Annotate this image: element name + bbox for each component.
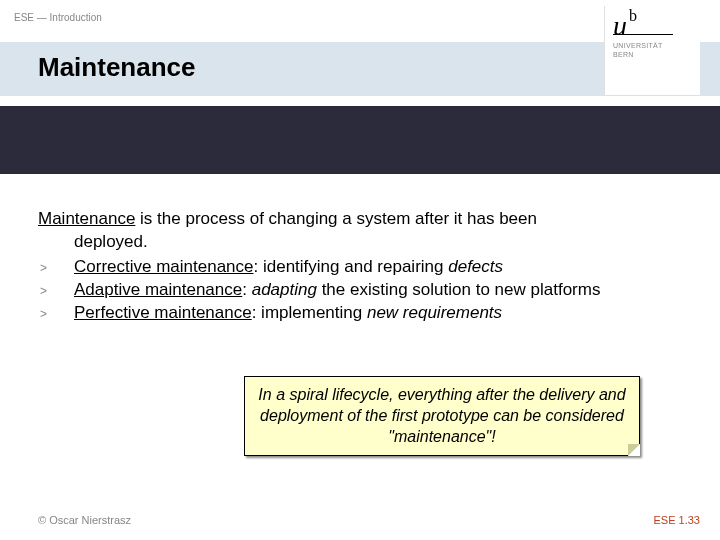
bullet-em: adapting	[252, 280, 317, 299]
logo-caption-line2: BERN	[613, 50, 700, 59]
bullet-text: Corrective maintenance: identifying and …	[58, 256, 678, 279]
logo-b-glyph: b	[629, 7, 637, 24]
bullet-term: Adaptive maintenance	[74, 280, 242, 299]
dogear-icon	[628, 444, 640, 456]
bullet-marker: >	[38, 279, 58, 302]
bullet-em: new requirements	[367, 303, 502, 322]
page-title: Maintenance	[38, 52, 196, 83]
callout-text: In a spiral lifecycle, everything after …	[258, 386, 625, 445]
bullet-item: > Corrective maintenance: identifying an…	[38, 256, 678, 279]
breadcrumb: ESE — Introduction	[14, 12, 102, 23]
logo-caption-line1: UNIVERSITÄT	[613, 41, 700, 50]
bullet-em: defects	[448, 257, 503, 276]
intro-hang: deployed.	[38, 231, 678, 254]
bullet-item: > Perfective maintenance: implementing n…	[38, 302, 678, 325]
header: ESE — Introduction Maintenance ub UNIVER…	[0, 0, 720, 106]
bullet-plain: : implementing	[252, 303, 367, 322]
body-content: Maintenance is the process of changing a…	[38, 208, 678, 325]
dark-band	[0, 106, 720, 174]
bullet-item: > Adaptive maintenance: adapting the exi…	[38, 279, 678, 302]
logo-u-glyph: u	[613, 10, 627, 41]
intro-term: Maintenance	[38, 209, 135, 228]
university-logo: ub UNIVERSITÄT BERN	[604, 6, 700, 96]
footer-pagenum: ESE 1.33	[654, 514, 700, 526]
bullet-text: Perfective maintenance: implementing new…	[58, 302, 678, 325]
footer-copyright: © Oscar Nierstrasz	[38, 514, 131, 526]
bullet-list: > Corrective maintenance: identifying an…	[38, 256, 678, 325]
bullet-text: Adaptive maintenance: adapting the exist…	[58, 279, 678, 302]
bullet-marker: >	[38, 302, 58, 325]
bullet-term: Corrective maintenance	[74, 257, 254, 276]
bullet-plain: :	[242, 280, 251, 299]
intro-rest: is the process of changing a system afte…	[135, 209, 537, 228]
intro-line: Maintenance is the process of changing a…	[38, 208, 678, 254]
bullet-plain2: the existing solution to new platforms	[317, 280, 600, 299]
callout-box: In a spiral lifecycle, everything after …	[244, 376, 640, 456]
bullet-plain: : identifying and repairing	[254, 257, 449, 276]
bullet-term: Perfective maintenance	[74, 303, 252, 322]
bullet-marker: >	[38, 256, 58, 279]
